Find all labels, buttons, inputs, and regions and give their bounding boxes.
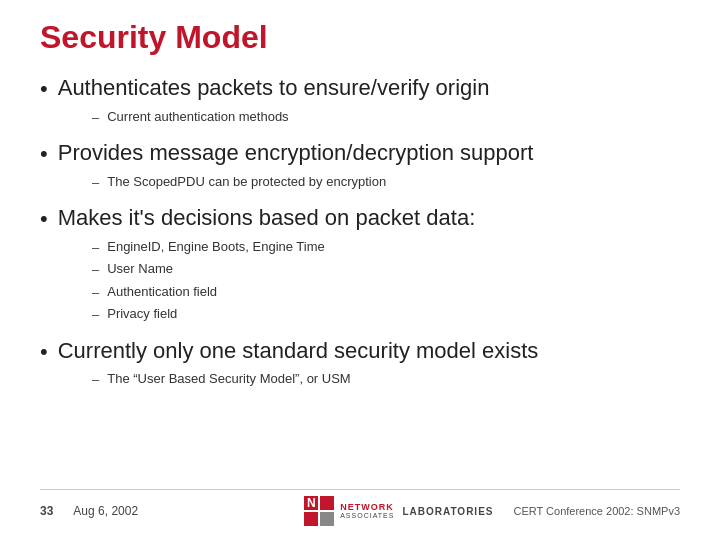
slide: Security Model • Authenticates packets t… — [0, 0, 720, 540]
sub-text-3b: User Name — [107, 259, 173, 279]
logo-mark: N Network Associates LABORATORIES — [304, 496, 493, 526]
sub-text-1a: Current authentication methods — [107, 107, 288, 127]
footer-right: N Network Associates LABORATORIES CERT C… — [304, 496, 680, 526]
svg-text:N: N — [307, 496, 316, 510]
bullet-text-2: Provides message encryption/decryption s… — [58, 139, 534, 167]
sub-dash-2a: – — [92, 173, 99, 193]
svg-rect-2 — [304, 512, 318, 526]
footer-page-number: 33 — [40, 504, 53, 518]
slide-title: Security Model — [40, 18, 680, 56]
sub-dash-4a: – — [92, 370, 99, 390]
svg-rect-3 — [320, 512, 334, 526]
sub-bullet-1a: – Current authentication methods — [92, 107, 680, 128]
content-area: • Authenticates packets to ensure/verify… — [40, 66, 680, 489]
sub-bullets-3: – EngineID, Engine Boots, Engine Time – … — [92, 235, 680, 325]
bullet-text-4: Currently only one standard security mod… — [58, 337, 539, 365]
logo-shield-icon: N — [304, 496, 336, 526]
sub-text-3d: Privacy field — [107, 304, 177, 324]
sub-dash-3c: – — [92, 283, 99, 303]
footer-left: 33 Aug 6, 2002 — [40, 504, 138, 518]
sub-bullet-3d: – Privacy field — [92, 304, 680, 325]
logo-network-text: Network — [340, 503, 394, 512]
logo-labs-text: LABORATORIES — [402, 506, 493, 517]
sub-text-2a: The ScopedPDU can be protected by encryp… — [107, 172, 386, 192]
sub-dash-3d: – — [92, 305, 99, 325]
sub-bullet-3a: – EngineID, Engine Boots, Engine Time — [92, 237, 680, 258]
bullet-text-3: Makes it's decisions based on packet dat… — [58, 204, 476, 232]
bullet-item-3: • Makes it's decisions based on packet d… — [40, 204, 680, 232]
bullet-dot-1: • — [40, 76, 48, 102]
sub-dash-1a: – — [92, 108, 99, 128]
bullet-dot-4: • — [40, 339, 48, 365]
bullet-dot-3: • — [40, 206, 48, 232]
footer-date: Aug 6, 2002 — [73, 504, 138, 518]
bullet-item-2: • Provides message encryption/decryption… — [40, 139, 680, 167]
svg-rect-1 — [320, 496, 334, 510]
footer: 33 Aug 6, 2002 N Network Associates — [40, 489, 680, 526]
logo-associates-text: Associates — [340, 512, 394, 519]
bullet-item-4: • Currently only one standard security m… — [40, 337, 680, 365]
sub-bullets-1: – Current authentication methods — [92, 105, 680, 128]
sub-text-3a: EngineID, Engine Boots, Engine Time — [107, 237, 325, 257]
sub-bullet-3c: – Authentication field — [92, 282, 680, 303]
sub-text-3c: Authentication field — [107, 282, 217, 302]
sub-bullet-3b: – User Name — [92, 259, 680, 280]
bullet-dot-2: • — [40, 141, 48, 167]
footer-conference: CERT Conference 2002: SNMPv3 — [513, 505, 680, 517]
bullet-item-1: • Authenticates packets to ensure/verify… — [40, 74, 680, 102]
sub-dash-3a: – — [92, 238, 99, 258]
logo-text-group: Network Associates — [340, 503, 394, 519]
sub-bullets-2: – The ScopedPDU can be protected by encr… — [92, 170, 680, 193]
sub-text-4a: The “User Based Security Model”, or USM — [107, 369, 350, 389]
sub-bullets-4: – The “User Based Security Model”, or US… — [92, 367, 680, 390]
bullet-text-1: Authenticates packets to ensure/verify o… — [58, 74, 490, 102]
sub-dash-3b: – — [92, 260, 99, 280]
sub-bullet-2a: – The ScopedPDU can be protected by encr… — [92, 172, 680, 193]
sub-bullet-4a: – The “User Based Security Model”, or US… — [92, 369, 680, 390]
